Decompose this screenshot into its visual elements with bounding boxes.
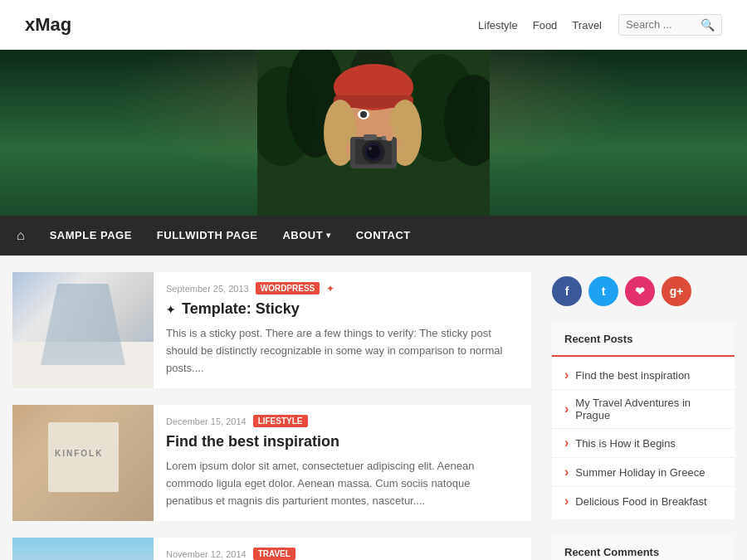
thumbnail-prague (12, 538, 154, 560)
post-date: September 25, 2013 (166, 284, 249, 294)
post-meta: September 25, 2013 WORDPRESS ✦ (166, 282, 519, 295)
social-icons: f t ❤ g+ (552, 272, 735, 306)
recent-comments-title: Recent Comments (552, 536, 735, 560)
home-icon[interactable]: ⌂ (17, 228, 25, 243)
post-thumbnail (12, 538, 154, 560)
nav-about[interactable]: ABOUT ▾ (270, 216, 343, 256)
recent-posts-list: Find the best inspiration My Travel Adve… (552, 357, 735, 519)
recent-post-item[interactable]: Delicious Food in Breakfast (552, 487, 735, 515)
nav-bar: ⌂ SAMPLE PAGE FULLWIDTH PAGE ABOUT ▾ CON… (0, 216, 747, 256)
post-title-link[interactable]: Find the best inspiration (166, 433, 339, 450)
nav-contact[interactable]: CONTACT (344, 216, 423, 256)
nav-sample-page[interactable]: SAMPLE PAGE (37, 216, 144, 256)
svg-rect-19 (364, 134, 377, 140)
chevron-down-icon: ▾ (326, 216, 331, 256)
recent-post-item[interactable]: Summer Holiday in Greece (552, 458, 735, 487)
recent-post-link[interactable]: Find the best inspiration (575, 369, 690, 382)
post-meta: November 12, 2014 TRAVEL (166, 548, 519, 560)
recent-post-item[interactable]: This is How it Begins (552, 429, 735, 458)
svg-point-18 (369, 147, 372, 150)
facebook-icon[interactable]: f (552, 276, 582, 306)
post-card: December 15, 2014 LIFESTYLE Find the bes… (12, 405, 531, 521)
post-tag[interactable]: LIFESTYLE (253, 415, 308, 427)
site-header: xMag Lifestyle Food Travel 🔍 (0, 0, 747, 50)
nav-bar-links: SAMPLE PAGE FULLWIDTH PAGE ABOUT ▾ CONTA… (37, 216, 423, 256)
post-thumbnail (12, 405, 154, 521)
recent-post-item[interactable]: My Travel Adventures in Prague (552, 390, 735, 429)
post-title: ✦ Template: Sticky (166, 299, 519, 319)
post-excerpt: This is a sticky post. There are a few t… (166, 325, 519, 377)
site-logo[interactable]: xMag (25, 14, 71, 36)
search-box[interactable]: 🔍 (618, 14, 722, 36)
thumbnail-winter (12, 272, 154, 388)
post-card: September 25, 2013 WORDPRESS ✦ ✦ Templat… (12, 272, 531, 388)
post-title: Find the best inspiration (166, 432, 519, 451)
google-icon[interactable]: g+ (662, 276, 691, 306)
twitter-icon[interactable]: t (588, 276, 618, 306)
instagram-icon[interactable]: ❤ (625, 276, 655, 306)
search-input[interactable] (626, 18, 701, 31)
post-date: November 12, 2014 (166, 549, 247, 559)
sidebar: f t ❤ g+ Recent Posts Find the best insp… (552, 272, 735, 560)
nav-travel[interactable]: Travel (572, 19, 602, 32)
search-icon: 🔍 (701, 18, 715, 32)
content-area: September 25, 2013 WORDPRESS ✦ ✦ Templat… (12, 272, 531, 560)
post-title-link[interactable]: Template: Sticky (182, 300, 300, 317)
post-tag[interactable]: WORDPRESS (256, 282, 320, 295)
nav-food[interactable]: Food (533, 19, 558, 32)
recent-posts-title: Recent Posts (552, 323, 735, 357)
thumbnail-kinfolk (12, 405, 154, 521)
recent-comments-widget: Recent Comments 💬 A. White on Travel alo… (552, 536, 735, 560)
main-container: September 25, 2013 WORDPRESS ✦ ✦ Templat… (0, 256, 747, 560)
post-tag[interactable]: TRAVEL (253, 548, 295, 560)
post-content: December 15, 2014 LIFESTYLE Find the bes… (154, 405, 531, 521)
post-excerpt: Lorem ipsum dolor sit amet, consectetuer… (166, 458, 519, 509)
recent-post-link[interactable]: My Travel Adventures in Prague (575, 397, 722, 421)
sticky-tag-arrow: ✦ (326, 283, 334, 295)
header-right: Lifestyle Food Travel 🔍 (478, 14, 722, 36)
recent-post-link[interactable]: This is How it Begins (575, 437, 676, 450)
recent-post-link[interactable]: Summer Holiday in Greece (575, 466, 705, 479)
hero-person-image (257, 50, 490, 216)
svg-rect-21 (386, 124, 393, 141)
recent-posts-widget: Recent Posts Find the best inspiration M… (552, 323, 735, 519)
post-content: September 25, 2013 WORDPRESS ✦ ✦ Templat… (154, 272, 531, 388)
nav-fullwidth-page[interactable]: FULLWIDTH PAGE (144, 216, 271, 256)
nav-lifestyle[interactable]: Lifestyle (478, 19, 518, 32)
header-nav: Lifestyle Food Travel (478, 18, 602, 32)
sticky-icon: ✦ (166, 304, 175, 316)
post-card: November 12, 2014 TRAVEL My Travel Adven… (12, 538, 531, 560)
svg-point-23 (360, 111, 367, 118)
hero-banner (0, 50, 747, 216)
recent-post-item[interactable]: Find the best inspiration (552, 361, 735, 390)
svg-point-17 (367, 145, 380, 158)
post-date: December 15, 2014 (166, 416, 247, 426)
post-meta: December 15, 2014 LIFESTYLE (166, 415, 519, 427)
post-thumbnail (12, 272, 154, 388)
recent-post-link[interactable]: Delicious Food in Breakfast (575, 495, 706, 508)
post-content: November 12, 2014 TRAVEL My Travel Adven… (154, 538, 531, 560)
